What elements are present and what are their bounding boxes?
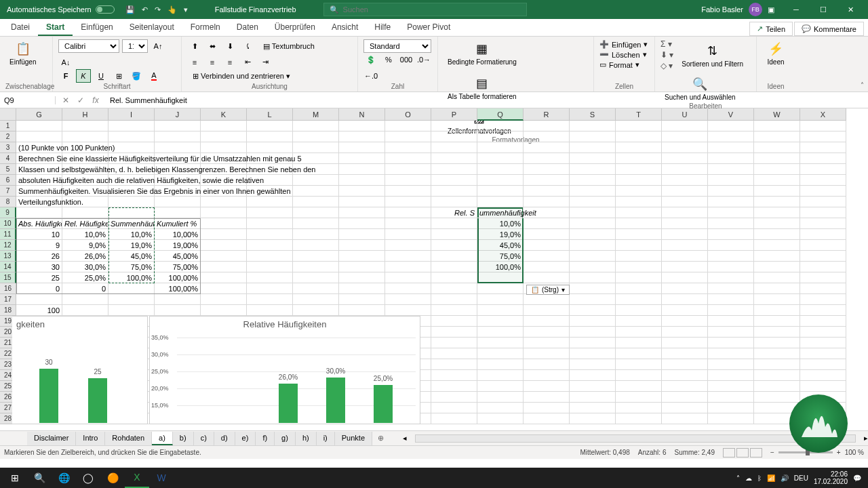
cell[interactable]	[385, 294, 431, 305]
cell[interactable]	[754, 338, 800, 348]
cell[interactable]	[339, 142, 385, 153]
cell[interactable]	[662, 413, 708, 424]
cell[interactable]	[524, 131, 570, 142]
merge-button[interactable]: ⊞ Verbinden und zentrieren ▾	[193, 72, 290, 81]
sheet-tab[interactable]: h)	[296, 432, 317, 445]
autosave-toggle[interactable]: Automatisches Speichern	[4, 4, 117, 15]
row-header[interactable]: 4	[0, 153, 16, 164]
cell[interactable]	[800, 229, 846, 240]
cell[interactable]	[339, 186, 385, 197]
avatar[interactable]: FB	[749, 3, 762, 16]
cell[interactable]	[616, 121, 662, 131]
cell[interactable]: 10,00%	[155, 229, 201, 240]
cell[interactable]	[247, 229, 293, 240]
cell[interactable]	[431, 413, 477, 424]
cell[interactable]	[662, 359, 708, 370]
cell[interactable]	[339, 251, 385, 262]
cell[interactable]	[16, 121, 62, 131]
cell[interactable]	[662, 338, 708, 348]
cell[interactable]	[155, 294, 201, 305]
sheet-tab[interactable]: f)	[256, 432, 275, 445]
cell[interactable]	[662, 272, 708, 283]
maximize-button[interactable]: ☐	[810, 0, 837, 19]
cell[interactable]	[754, 164, 800, 175]
cell[interactable]	[662, 381, 708, 392]
cell[interactable]	[800, 197, 846, 207]
cell[interactable]	[247, 283, 293, 294]
cell[interactable]	[616, 316, 662, 327]
cell[interactable]	[800, 348, 846, 359]
cell[interactable]	[662, 316, 708, 327]
cell[interactable]	[800, 338, 846, 348]
row-header[interactable]: 16	[0, 283, 16, 294]
cell[interactable]	[524, 197, 570, 207]
cell[interactable]: absoluten Häufigkeiten auch die relative…	[16, 175, 62, 186]
cell[interactable]	[524, 403, 570, 413]
cell[interactable]	[616, 272, 662, 283]
cell[interactable]	[754, 175, 800, 186]
cell[interactable]	[247, 142, 293, 153]
fill-icon[interactable]: ⬇ ▾	[660, 50, 673, 60]
enter-icon[interactable]: ✓	[75, 96, 87, 105]
cell[interactable]	[201, 142, 247, 153]
onedrive-icon[interactable]: ☁	[745, 474, 752, 482]
cell[interactable]	[247, 305, 293, 316]
cell[interactable]: Kumuliert %	[155, 218, 201, 229]
row-header[interactable]: 17	[0, 294, 16, 305]
cell[interactable]	[570, 142, 616, 153]
tab-start[interactable]: Start	[38, 20, 73, 36]
bold-button[interactable]: F	[58, 69, 73, 83]
cell[interactable]	[477, 131, 524, 142]
cell[interactable]: 26	[16, 251, 62, 262]
cell[interactable]	[431, 251, 477, 262]
cell[interactable]	[293, 121, 339, 131]
cell[interactable]	[662, 153, 708, 164]
cell[interactable]	[570, 207, 616, 218]
col-header[interactable]: W	[754, 108, 800, 121]
app-icon[interactable]: 🟠	[100, 468, 125, 488]
cell[interactable]	[339, 121, 385, 131]
cell[interactable]	[662, 142, 708, 153]
cell[interactable]	[385, 272, 431, 283]
cell[interactable]	[708, 153, 754, 164]
cell[interactable]	[108, 131, 155, 142]
cell[interactable]	[662, 294, 708, 305]
cell[interactable]	[431, 381, 477, 392]
col-header[interactable]: P	[431, 108, 477, 121]
cell[interactable]	[616, 359, 662, 370]
thousands-icon[interactable]: 000	[399, 53, 414, 66]
cell[interactable]	[708, 262, 754, 272]
cell[interactable]	[570, 251, 616, 262]
tab-formeln[interactable]: Formeln	[182, 20, 229, 36]
cell[interactable]: 25,0%	[62, 272, 108, 283]
cell[interactable]	[477, 186, 524, 197]
sheet-tab[interactable]: a)	[152, 432, 173, 445]
cell[interactable]	[108, 207, 155, 218]
cell[interactable]	[800, 381, 846, 392]
dec-decimal-icon[interactable]: ←.0	[363, 69, 378, 83]
align-left-icon[interactable]: ≡	[187, 56, 202, 69]
row-header[interactable]: 2	[0, 131, 16, 142]
cell[interactable]: 30,0%	[62, 262, 108, 272]
tab-daten[interactable]: Daten	[229, 20, 267, 36]
cell[interactable]	[662, 283, 708, 294]
cell[interactable]	[570, 197, 616, 207]
col-header[interactable]: I	[108, 108, 155, 121]
insert-cells-button[interactable]: ➕Einfügen ▾	[599, 39, 649, 49]
cell[interactable]	[477, 175, 524, 186]
align-center-icon[interactable]: ≡	[205, 56, 220, 69]
cell[interactable]: 19,0%	[108, 240, 155, 251]
cell[interactable]	[570, 175, 616, 186]
font-color-icon[interactable]: A	[146, 69, 161, 83]
cell[interactable]	[800, 240, 846, 251]
cell[interactable]	[431, 229, 477, 240]
zoom-out-icon[interactable]: −	[770, 449, 774, 456]
cell[interactable]	[662, 370, 708, 381]
cell[interactable]	[247, 272, 293, 283]
cell[interactable]	[616, 197, 662, 207]
align-middle-icon[interactable]: ⬌	[205, 39, 220, 53]
fill-color-icon[interactable]: 🪣	[129, 69, 144, 83]
cell[interactable]	[247, 121, 293, 131]
chart-relative[interactable]: Relative Häufigkeiten35,0%30,0%25,0%20,0…	[149, 316, 420, 424]
cell[interactable]	[477, 348, 524, 359]
